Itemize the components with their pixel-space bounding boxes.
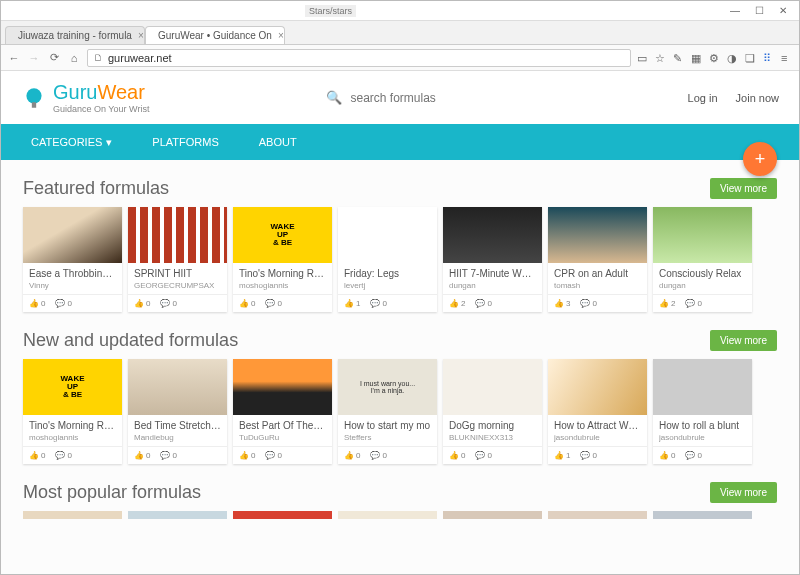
card-image <box>653 207 752 263</box>
formula-card[interactable]: DoGg morningBLUKNINEXX313👍0💬0 <box>443 359 542 464</box>
page-viewport: GuruWear Guidance On Your Wrist 🔍 Log in… <box>1 71 799 574</box>
comments: 💬0 <box>580 451 596 460</box>
card-image: WAKE UP & BE <box>233 207 332 263</box>
likes: 👍0 <box>449 451 465 460</box>
likes: 👍0 <box>134 299 150 308</box>
page-info-icon[interactable]: 🗋 <box>94 53 104 63</box>
card-author: Mandiebug <box>134 433 221 442</box>
view-more-button[interactable]: View more <box>710 330 777 351</box>
section-title: Most popular formulas <box>23 482 201 503</box>
likes: 👍2 <box>659 299 675 308</box>
likes: 👍0 <box>239 451 255 460</box>
formula-card[interactable]: WAKE UP & BETino's Morning Routmoshogian… <box>23 359 122 464</box>
comments: 💬0 <box>475 299 491 308</box>
user-tag: Stars/stars <box>305 5 356 17</box>
card-title: HIIT 7-Minute Worko <box>449 268 536 279</box>
url-input[interactable]: 🗋 guruwear.net <box>87 49 631 67</box>
chevron-down-icon: ▾ <box>106 136 112 149</box>
ext-icon[interactable]: ▭ <box>637 52 649 64</box>
nav-categories[interactable]: CATEGORIES ▾ <box>31 136 112 149</box>
card-author: BLUKNINEXX313 <box>449 433 536 442</box>
ext-star-icon[interactable]: ☆ <box>655 52 667 64</box>
browser-window: Stars/stars — ☐ ✕ Jiuwaza training - for… <box>0 0 800 575</box>
comments: 💬0 <box>475 451 491 460</box>
maximize-button[interactable]: ☐ <box>747 4 771 18</box>
ext-icon[interactable]: ▦ <box>691 52 703 64</box>
section-new: New and updated formulas View more WAKE … <box>23 330 777 464</box>
ext-icon[interactable]: ✎ <box>673 52 685 64</box>
ext-gear-icon[interactable]: ⚙ <box>709 52 721 64</box>
formula-card[interactable]: Bed Time StretchesMandiebug👍0💬0 <box>128 359 227 464</box>
ext-icon[interactable]: ◑ <box>727 52 739 64</box>
likes: 👍1 <box>344 299 360 308</box>
formula-card[interactable]: I must warn you...I'm a ninja.How to sta… <box>338 359 437 464</box>
comments: 💬0 <box>580 299 596 308</box>
formula-card[interactable]: Best Part Of The DayTuDuGuRu👍0💬0 <box>233 359 332 464</box>
search-box[interactable]: 🔍 <box>326 90 510 105</box>
browser-tab[interactable]: Jiuwaza training - formula× <box>5 26 145 44</box>
likes: 👍0 <box>659 451 675 460</box>
login-link[interactable]: Log in <box>688 92 718 104</box>
card-author: moshogiannis <box>29 433 116 442</box>
site-header: GuruWear Guidance On Your Wrist 🔍 Log in… <box>1 71 799 124</box>
formula-card[interactable]: Ease a Throbbing HeVinny👍0💬0 <box>23 207 122 312</box>
card-title: SPRINT HIIT <box>134 268 221 279</box>
card-author: Vinny <box>29 281 116 290</box>
menu-icon[interactable]: ≡ <box>781 52 793 64</box>
formula-card[interactable]: CPR on an Adulttomash👍3💬0 <box>548 207 647 312</box>
section-title: New and updated formulas <box>23 330 238 351</box>
formula-card[interactable]: WAKE UP & BETino's Morning Routmoshogian… <box>233 207 332 312</box>
comments: 💬0 <box>55 451 71 460</box>
forward-icon[interactable]: → <box>27 51 41 65</box>
comment-icon: 💬 <box>55 299 65 308</box>
view-more-button[interactable]: View more <box>710 178 777 199</box>
card-image <box>233 359 332 415</box>
nav-about[interactable]: ABOUT <box>259 136 297 148</box>
comments: 💬0 <box>685 299 701 308</box>
formula-card[interactable]: How to Attract Womjasondubrule👍1💬0 <box>548 359 647 464</box>
card-image <box>443 207 542 263</box>
join-link[interactable]: Join now <box>736 92 779 104</box>
tab-close-icon[interactable]: × <box>138 30 144 41</box>
logo[interactable]: GuruWear Guidance On Your Wrist <box>21 81 149 114</box>
search-input[interactable] <box>350 91 510 105</box>
formula-card[interactable]: How to roll a bluntjasondubrule👍0💬0 <box>653 359 752 464</box>
card-author: jasondubrule <box>659 433 746 442</box>
svg-point-0 <box>26 88 41 103</box>
card-title: Friday: Legs <box>344 268 431 279</box>
card-image <box>128 207 227 263</box>
comments: 💬0 <box>370 299 386 308</box>
card-row-cutoff <box>23 511 777 519</box>
svg-rect-1 <box>32 102 36 107</box>
ext-icon[interactable]: ❏ <box>745 52 757 64</box>
card-author: tomash <box>554 281 641 290</box>
card-title: Consciously Relax <box>659 268 746 279</box>
ext-translate-icon[interactable]: ⠿ <box>763 52 775 64</box>
view-more-button[interactable]: View more <box>710 482 777 503</box>
tab-close-icon[interactable]: × <box>278 30 284 41</box>
comments: 💬0 <box>265 299 281 308</box>
formula-card[interactable]: SPRINT HIITGEORGECRUMPSAX👍0💬0 <box>128 207 227 312</box>
minimize-button[interactable]: — <box>723 4 747 18</box>
back-icon[interactable]: ← <box>7 51 21 65</box>
formula-card[interactable]: Consciously Relaxdungan👍2💬0 <box>653 207 752 312</box>
reload-icon[interactable]: ⟳ <box>47 51 61 65</box>
card-author: dungan <box>449 281 536 290</box>
add-fab-button[interactable]: + <box>743 142 777 176</box>
formula-card[interactable]: HIIT 7-Minute Workodungan👍2💬0 <box>443 207 542 312</box>
comments: 💬0 <box>370 451 386 460</box>
nav-platforms[interactable]: PLATFORMS <box>152 136 218 148</box>
card-image <box>338 207 437 263</box>
formula-card[interactable]: Friday: Legslevertj👍1💬0 <box>338 207 437 312</box>
card-row: WAKE UP & BETino's Morning Routmoshogian… <box>23 359 777 464</box>
likes: 👍2 <box>449 299 465 308</box>
likes: 👍0 <box>29 451 45 460</box>
close-window-button[interactable]: ✕ <box>771 4 795 18</box>
card-image <box>128 359 227 415</box>
home-icon[interactable]: ⌂ <box>67 51 81 65</box>
card-image <box>23 207 122 263</box>
main-nav: CATEGORIES ▾ PLATFORMS ABOUT + <box>1 124 799 160</box>
comments: 💬0 <box>55 299 71 308</box>
card-title: How to roll a blunt <box>659 420 746 431</box>
browser-tab-active[interactable]: GuruWear • Guidance On× <box>145 26 285 44</box>
